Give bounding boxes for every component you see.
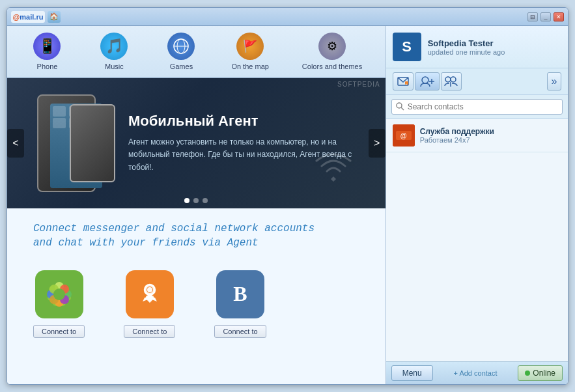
user-status: updated one minute ago <box>428 48 561 56</box>
restore-button[interactable]: ⊟ <box>527 12 538 21</box>
social-section: Connect messenger and social network acc… <box>7 208 386 384</box>
svg-point-29 <box>422 77 428 83</box>
online-label: Online <box>533 369 555 378</box>
nav-tabs: 📱 Phone 🎵 Music Games 🚩 On the map <box>7 26 386 78</box>
banner-dots <box>184 198 208 203</box>
tab-music-label: Music <box>105 63 124 70</box>
ok-logo <box>126 270 174 318</box>
social-title: Connect messenger and social network acc… <box>33 221 359 251</box>
window-controls: ⊟ _ ✕ <box>527 12 564 21</box>
games-icon <box>167 33 195 60</box>
icq-connect-button[interactable]: Connect to <box>33 325 85 338</box>
social-icons: Connect to <box>33 270 359 338</box>
action-buttons-group: + <box>393 72 462 91</box>
social-item-icq: Connect to <box>33 270 85 338</box>
vk-connect-button[interactable]: Connect to <box>214 325 266 338</box>
search-input[interactable] <box>391 99 563 115</box>
home-button[interactable]: 🏠 <box>48 11 61 23</box>
user-info: S Softpedia Tester updated one minute ag… <box>386 26 568 68</box>
app-logo: @mail.ru <box>11 11 45 23</box>
tab-map-label: On the map <box>231 63 268 70</box>
dot-3[interactable] <box>203 198 208 203</box>
online-dot <box>525 371 530 376</box>
main-content: 📱 Phone 🎵 Music Games 🚩 On the map <box>7 26 568 384</box>
left-panel: 📱 Phone 🎵 Music Games 🚩 On the map <box>7 26 386 384</box>
user-name: Softpedia Tester <box>428 38 561 48</box>
menu-button[interactable]: Menu <box>391 365 433 381</box>
titlebar: @mail.ru 🏠 ⊟ _ ✕ <box>7 8 568 26</box>
svg-point-32 <box>445 77 451 82</box>
banner-phone-image <box>31 91 115 195</box>
banner: SOFTPEDIA < <box>7 78 386 208</box>
svg-point-24 <box>147 287 152 292</box>
close-button[interactable]: ✕ <box>554 12 564 21</box>
contact-actions: + » <box>386 68 568 95</box>
tab-games-label: Games <box>170 63 193 70</box>
minimize-button[interactable]: _ <box>540 12 551 21</box>
tab-phone-label: Phone <box>37 63 58 70</box>
map-icon: 🚩 <box>236 33 264 60</box>
contact-info: Служба поддержки Работаем 24x7 <box>420 127 561 144</box>
add-contact-link[interactable]: + Add contact <box>433 369 518 377</box>
email-button[interactable]: + <box>393 72 414 91</box>
dot-1[interactable] <box>184 198 189 203</box>
main-window: @mail.ru 🏠 ⊟ _ ✕ 📱 Phone 🎵 Music <box>7 7 568 385</box>
watermark: SOFTPEDIA <box>337 81 380 88</box>
wifi-decoration <box>314 150 353 189</box>
add-contact-button[interactable] <box>415 72 440 91</box>
social-item-vk: B Connect to <box>214 270 266 338</box>
tab-themes-label: Colors and themes <box>302 63 362 70</box>
tab-games[interactable]: Games <box>155 29 207 74</box>
search-bar <box>386 95 568 119</box>
music-icon: 🎵 <box>100 33 128 60</box>
contact-status: Работаем 24x7 <box>420 136 561 144</box>
svg-text:+: + <box>405 82 407 86</box>
more-button[interactable]: » <box>547 72 561 91</box>
icq-logo <box>35 270 83 318</box>
right-panel: S Softpedia Tester updated one minute ag… <box>386 26 568 384</box>
tab-map[interactable]: 🚩 On the map <box>222 29 277 74</box>
svg-rect-25 <box>148 295 152 297</box>
social-item-ok: Connect to <box>124 270 175 338</box>
contact-avatar: @ <box>393 124 415 147</box>
tab-music[interactable]: 🎵 Music <box>88 29 140 74</box>
dot-2[interactable] <box>193 198 199 203</box>
add-group-button[interactable] <box>441 72 462 91</box>
banner-prev-button[interactable]: < <box>7 129 24 158</box>
ok-connect-button[interactable]: Connect to <box>124 325 175 338</box>
contact-list: @ Служба поддержки Работаем 24x7 <box>386 119 568 361</box>
user-details: Softpedia Tester updated one minute ago <box>428 38 561 56</box>
tab-phone[interactable]: 📱 Phone <box>21 29 73 74</box>
svg-point-33 <box>451 77 456 82</box>
phone-icon: 📱 <box>33 33 61 60</box>
bottom-bar: Menu + Add contact Online <box>386 361 568 384</box>
banner-next-button[interactable]: > <box>369 129 386 158</box>
online-status-button[interactable]: Online <box>518 365 563 381</box>
list-item[interactable]: @ Служба поддержки Работаем 24x7 <box>386 119 568 152</box>
phone-front <box>70 104 115 182</box>
themes-icon: ⚙ <box>318 33 346 60</box>
banner-title: Мобильный Агент <box>128 113 362 130</box>
vk-logo: B <box>216 270 264 318</box>
contact-name: Служба поддержки <box>420 127 561 136</box>
svg-point-18 <box>53 288 65 300</box>
titlebar-left: @mail.ru 🏠 <box>11 11 61 23</box>
tab-themes[interactable]: ⚙ Colors and themes <box>293 29 371 74</box>
user-avatar[interactable]: S <box>393 33 421 61</box>
